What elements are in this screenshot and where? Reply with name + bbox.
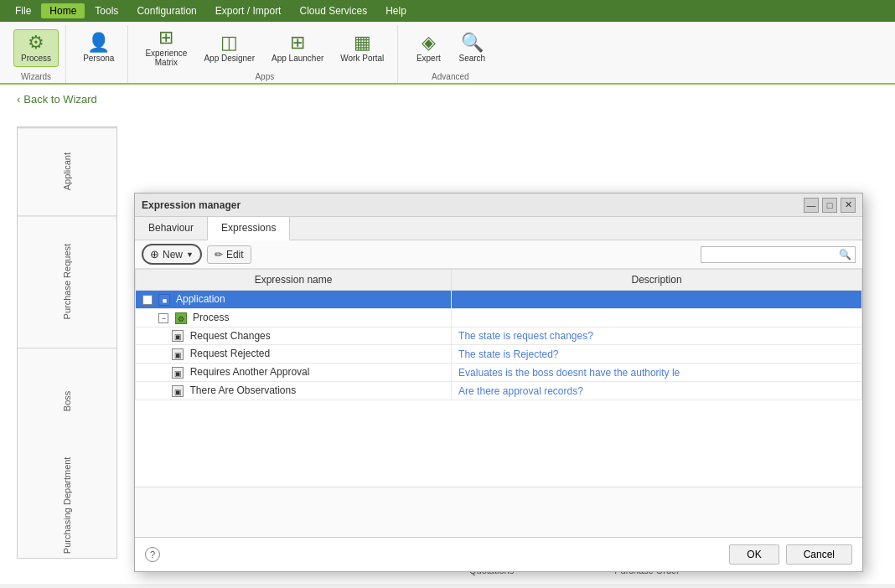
row-label: Request Changes	[190, 330, 271, 342]
modal-close-button[interactable]: ✕	[841, 198, 856, 213]
edit-button[interactable]: ✏ Edit	[207, 245, 251, 264]
row-name-request-changes: ▣ Request Changes	[136, 327, 452, 345]
menu-tools[interactable]: Tools	[86, 3, 127, 18]
ribbon-group-advanced: ◈ Expert 🔍 Search Advanced	[401, 25, 499, 83]
row-name-request-rejected: ▣ Request Rejected	[136, 345, 452, 364]
ribbon-btn-search[interactable]: 🔍 Search	[452, 30, 492, 66]
modal-minimize-button[interactable]: —	[804, 198, 819, 213]
ribbon-group-apps: ⊞ Experience Matrix ◫ App Designer ⊞ App…	[132, 25, 398, 83]
modal-footer: ? OK Cancel	[135, 537, 862, 571]
ribbon-btn-work-portal[interactable]: ▦ Work Portal	[334, 30, 391, 66]
row-name-process: − ⚙ Process	[136, 308, 452, 327]
new-dropdown-icon: ▼	[186, 250, 194, 259]
tab-behaviour[interactable]: Behaviour	[135, 217, 208, 240]
ribbon-btn-app-designer[interactable]: ◫ App Designer	[197, 30, 261, 66]
lane-applicant: Applicant	[18, 127, 116, 215]
ribbon-btn-expert[interactable]: ◈ Expert	[408, 30, 448, 66]
table-row[interactable]: + ■ Application	[136, 291, 862, 309]
expand-icon[interactable]: +	[142, 295, 153, 305]
lane-boss: Boss	[18, 348, 116, 453]
back-to-wizard-link[interactable]: ‹ Back to Wizard	[17, 93, 878, 106]
work-portal-icon: ▦	[354, 34, 371, 52]
new-icon: ⊕	[150, 248, 159, 260]
menu-help[interactable]: Help	[377, 3, 415, 18]
app-designer-icon: ◫	[220, 34, 238, 52]
search-icon[interactable]: 🔍	[839, 249, 851, 260]
table-row[interactable]: ▣ Requires Another Approval Evaluates is…	[136, 364, 862, 382]
ribbon-group-apps-label: Apps	[255, 72, 274, 81]
table-row[interactable]: ▣ Request Changes The state is request c…	[136, 327, 862, 345]
row-label: Requires Another Approval	[190, 366, 310, 378]
ribbon: ⚙ Process Wizards 👤 Persona ⊞ Experience…	[0, 22, 895, 85]
ribbon-btn-experience-matrix[interactable]: ⊞ Experience Matrix	[138, 25, 194, 70]
row-desc-requires-another-approval: Evaluates is the boss doesnt have the au…	[452, 364, 862, 382]
row-name-there-are-observations: ▣ There Are Observations	[136, 382, 452, 400]
help-button[interactable]: ?	[145, 547, 160, 562]
row-label: Application	[176, 293, 225, 305]
footer-buttons: OK Cancel	[729, 544, 852, 565]
modal-title: Expression manager	[142, 199, 241, 211]
menu-export-import[interactable]: Export / Import	[207, 3, 290, 18]
ribbon-btn-process[interactable]: ⚙ Process	[13, 29, 59, 67]
search-ribbon-icon: 🔍	[461, 34, 484, 52]
folder-icon: ■	[158, 294, 170, 306]
row-desc-request-rejected: The state is Rejected?	[452, 345, 862, 364]
process-icon: ⚙	[28, 34, 44, 52]
ribbon-group-persona: 👤 Persona	[70, 25, 128, 83]
ribbon-group-advanced-label: Advanced	[432, 72, 468, 81]
row-desc-process	[452, 308, 862, 327]
edit-icon: ✏	[215, 249, 223, 260]
lane-purchase-request: Purchase Request	[18, 215, 116, 347]
expression-manager-modal: Expression manager — □ ✕ Behaviour Expre…	[134, 193, 863, 572]
modal-controls: — □ ✕	[804, 198, 856, 213]
row-label: Request Rejected	[190, 348, 270, 359]
new-button[interactable]: ⊕ New ▼	[142, 244, 202, 265]
modal-maximize-button[interactable]: □	[822, 198, 837, 213]
modal-tabs: Behaviour Expressions	[135, 217, 862, 240]
ribbon-group-wizards: ⚙ Process Wizards	[7, 25, 66, 83]
table-row[interactable]: ▣ Request Rejected The state is Rejected…	[136, 345, 862, 364]
edit-label: Edit	[226, 249, 244, 260]
row-label: Process	[193, 312, 229, 323]
expr-item-icon: ▣	[172, 330, 184, 342]
expressions-table: Expression name Description + ■ Applicat…	[135, 269, 862, 400]
row-desc-request-changes: The state is request changes?	[452, 327, 862, 345]
row-desc-application	[452, 291, 862, 309]
cancel-button[interactable]: Cancel	[786, 544, 852, 565]
modal-content-area: Expression name Description + ■ Applicat…	[135, 269, 862, 487]
expr-item-icon: ▣	[172, 367, 184, 379]
expr-item-icon: ▣	[172, 348, 184, 360]
col-description: Description	[452, 270, 862, 291]
ok-button[interactable]: OK	[729, 544, 779, 565]
search-container: 🔍	[701, 246, 856, 263]
ribbon-group-persona-label	[97, 72, 100, 81]
app-launcher-icon: ⊞	[290, 34, 305, 52]
menu-cloud-services[interactable]: Cloud Services	[291, 3, 375, 18]
table-row[interactable]: − ⚙ Process	[136, 308, 862, 327]
row-desc-there-are-observations: Are there approval records?	[452, 382, 862, 400]
ribbon-btn-app-launcher[interactable]: ⊞ App Launcher	[265, 30, 330, 66]
ribbon-group-persona-items: 👤 Persona	[76, 25, 121, 70]
modal-toolbar: ⊕ New ▼ ✏ Edit 🔍	[135, 240, 862, 269]
expand-icon[interactable]: −	[158, 313, 168, 323]
ribbon-btn-persona[interactable]: 👤 Persona	[76, 30, 121, 66]
back-link-text: Back to Wizard	[23, 93, 96, 106]
ribbon-group-advanced-items: ◈ Expert 🔍 Search	[408, 25, 492, 70]
expr-item-icon: ▣	[172, 385, 184, 397]
search-input[interactable]	[705, 249, 839, 260]
lane-purchasing-dept: Purchasing Department	[18, 453, 116, 558]
ribbon-group-apps-items: ⊞ Experience Matrix ◫ App Designer ⊞ App…	[138, 25, 391, 70]
back-arrow-icon: ‹	[17, 93, 20, 106]
menu-file[interactable]: File	[7, 3, 39, 18]
process-lanes-container: Applicant Purchase Request Boss Purchasi…	[17, 126, 117, 559]
table-row[interactable]: ▣ There Are Observations Are there appro…	[136, 382, 862, 400]
col-expression-name: Expression name	[136, 270, 452, 291]
modal-detail-area	[135, 487, 862, 537]
row-label: There Are Observations	[189, 384, 296, 396]
tab-expressions[interactable]: Expressions	[208, 217, 290, 240]
menu-home[interactable]: Home	[41, 3, 85, 18]
new-label: New	[163, 249, 183, 260]
menu-configuration[interactable]: Configuration	[128, 3, 204, 18]
process-tree-icon: ⚙	[175, 312, 187, 324]
row-name-requires-another-approval: ▣ Requires Another Approval	[136, 364, 452, 382]
